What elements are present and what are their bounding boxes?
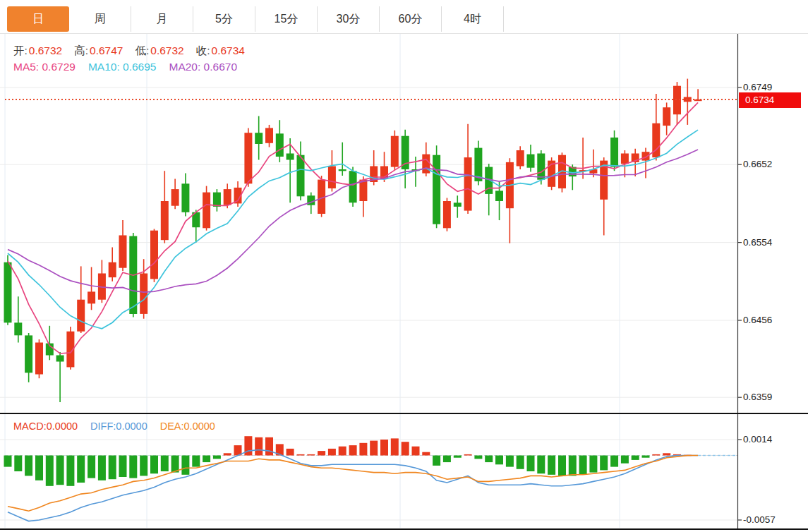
timeframe-tab-bar: 日周月5分15分30分60分4时 [0,0,808,34]
tab-15min[interactable]: 15分 [255,6,318,32]
ma10-value: 0.6695 [123,61,156,73]
macd-value: 0.0000 [47,421,78,432]
ma20-value: 0.6670 [204,61,237,73]
kline-app: 日周月5分15分30分60分4时 开:0.6732高:0.6747低:0.673… [0,0,808,532]
tab-60min[interactable]: 60分 [380,6,442,32]
open-value: 0.6732 [29,44,62,56]
tab-week[interactable]: 周 [69,6,131,32]
ma5-value: 0.6729 [42,61,76,73]
grid-lines [0,34,737,528]
ma5-label: MA5: [13,61,39,73]
macd-axis-label: -0.0057 [743,514,776,525]
tab-month[interactable]: 月 [131,6,193,32]
price-axis-label: 0.6554 [743,237,772,248]
ma10-line [8,130,698,329]
low-value: 0.6732 [150,44,183,56]
high-value: 0.6747 [90,44,123,56]
low-label: 低: [135,44,149,56]
macd-histogram [4,436,692,486]
close-value: 0.6734 [212,44,245,56]
tab-day[interactable]: 日 [7,6,69,32]
kline-chart-canvas[interactable] [0,0,808,532]
tab-30min[interactable]: 30分 [318,6,380,32]
ma20-label: MA20: [169,61,200,73]
tab-5min[interactable]: 5分 [193,6,255,32]
candles [4,79,702,402]
diff-label: DIFF: [90,421,116,432]
open-label: 开: [13,44,28,56]
ohlc-readout: 开:0.6732高:0.6747低:0.6732收:0.6734 [13,44,257,59]
price-axis-label: 0.6456 [743,315,772,325]
price-axis-label: 0.6749 [743,82,772,92]
macd-readout: MACD:0.0000DIFF:0.0000DEA:0.0000 [13,421,215,432]
diff-value: 0.0000 [116,421,147,432]
dea-label: DEA: [160,421,184,432]
dea-value: 0.0000 [184,421,215,432]
tab-4hour[interactable]: 4时 [442,6,504,32]
macd-label: MACD: [13,421,47,432]
ma-readout: MA5: 0.6729MA10: 0.6695MA20: 0.6670 [13,61,237,73]
ma10-label: MA10: [88,61,120,73]
macd-axis-label: 0.0014 [743,434,772,445]
current-price-tag: 0.6734 [739,92,801,108]
close-label: 收: [196,44,210,56]
chart-area: 开:0.6732高:0.6747低:0.6732收:0.6734 MA5: 0.… [0,0,808,532]
high-label: 高: [74,44,88,56]
price-axis-label: 0.6652 [743,159,772,169]
ma5-line [8,102,698,353]
price-axis-label: 0.6359 [743,392,772,402]
